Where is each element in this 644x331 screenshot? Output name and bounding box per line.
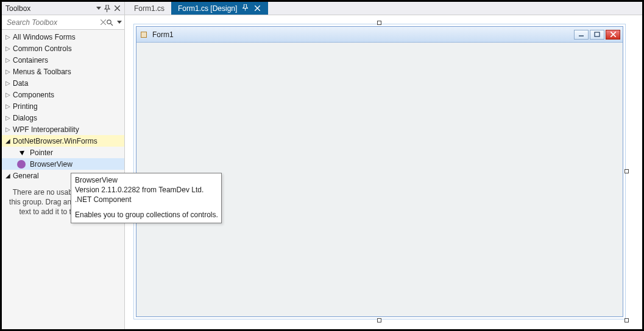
category-label: DotNetBrowser.WinForms xyxy=(13,137,97,145)
toolbox-header: Toolbox xyxy=(2,2,124,15)
toolbox-category-dotnetbrowser[interactable]: ◢DotNetBrowser.WinForms xyxy=(2,135,124,147)
toolbox-item-browserview[interactable]: BrowserView xyxy=(2,158,124,170)
tooltip-line: .NET Component xyxy=(75,195,218,204)
toolbox-category[interactable]: ▷Containers xyxy=(2,54,124,66)
resize-handle[interactable] xyxy=(377,21,381,25)
maximize-button[interactable] xyxy=(590,30,604,40)
toolbox-item-label: BrowserView xyxy=(30,160,73,169)
toolbox-search-input[interactable] xyxy=(5,18,100,27)
category-label: Dialogs xyxy=(13,114,37,122)
component-icon xyxy=(16,159,26,169)
tooltip-line: BrowserView xyxy=(75,175,218,185)
category-label: Common Controls xyxy=(13,44,72,53)
close-icon[interactable] xyxy=(112,4,122,13)
designer-surface[interactable]: Form1 xyxy=(125,15,642,329)
toolbox-category[interactable]: ▷Dialogs xyxy=(2,112,124,124)
document-area: Form1.cs Form1.cs [Design] Fo xyxy=(125,2,642,329)
category-label: Menus & Toolbars xyxy=(13,68,71,76)
toolbox-title: Toolbox xyxy=(5,4,30,13)
toolbox-category[interactable]: ▷Printing xyxy=(2,100,124,112)
tooltip-browserview: BrowserView Version 2.11.0.2282 from Tea… xyxy=(71,173,222,223)
winform-titlebar: Form1 xyxy=(136,27,623,43)
toolbox-item-label: Pointer xyxy=(30,148,53,157)
form-icon xyxy=(139,30,149,40)
toolbox-category[interactable]: ▷WPF Interoperability xyxy=(2,124,124,135)
tab-form1-cs[interactable]: Form1.cs xyxy=(127,2,171,15)
toolbox-category[interactable]: ▷Components xyxy=(2,89,124,100)
tab-close-icon[interactable] xyxy=(253,4,261,13)
tab-pin-icon[interactable] xyxy=(241,4,249,13)
winform-preview[interactable]: Form1 xyxy=(136,26,623,317)
category-label: Data xyxy=(13,79,28,88)
search-dropdown-icon[interactable] xyxy=(115,18,122,27)
pointer-icon xyxy=(16,148,26,158)
search-icon[interactable] xyxy=(106,18,113,27)
toolbox-category[interactable]: ▷All Windows Forms xyxy=(2,31,124,43)
svg-rect-1 xyxy=(595,32,600,37)
category-label: Containers xyxy=(13,56,48,64)
category-label: WPF Interoperability xyxy=(13,125,79,134)
category-label: Components xyxy=(13,91,54,99)
close-button[interactable] xyxy=(606,30,620,40)
category-label: Printing xyxy=(13,102,38,111)
panel-options-icon[interactable] xyxy=(93,4,102,13)
pin-icon[interactable] xyxy=(102,4,112,13)
toolbox-search-row xyxy=(2,15,124,30)
toolbox-category[interactable]: ▷Data xyxy=(2,77,124,89)
toolbox-category[interactable]: ▷Menus & Toolbars xyxy=(2,66,124,77)
tooltip-line: Enables you to group collections of cont… xyxy=(75,210,218,220)
toolbox-category[interactable]: ▷Common Controls xyxy=(2,43,124,54)
resize-handle[interactable] xyxy=(625,318,629,322)
category-label: General xyxy=(13,172,39,180)
resize-handle[interactable] xyxy=(625,169,629,173)
category-label: All Windows Forms xyxy=(13,33,76,41)
resize-handle[interactable] xyxy=(377,318,381,322)
search-clear-icon[interactable] xyxy=(100,18,106,27)
minimize-button[interactable] xyxy=(574,30,589,40)
tab-form1-design[interactable]: Form1.cs [Design] xyxy=(171,2,268,15)
toolbox-item-pointer[interactable]: Pointer xyxy=(2,147,124,158)
document-tabstrip: Form1.cs Form1.cs [Design] xyxy=(125,2,642,15)
tooltip-line: Version 2.11.0.2282 from TeamDev Ltd. xyxy=(75,185,218,195)
svg-point-0 xyxy=(107,19,111,23)
winform-title: Form1 xyxy=(152,30,573,39)
tab-label: Form1.cs [Design] xyxy=(178,4,237,13)
tab-label: Form1.cs xyxy=(134,4,165,13)
toolbox-panel: Toolbox ▷All Windows Forms ▷Common Contr… xyxy=(2,2,125,329)
